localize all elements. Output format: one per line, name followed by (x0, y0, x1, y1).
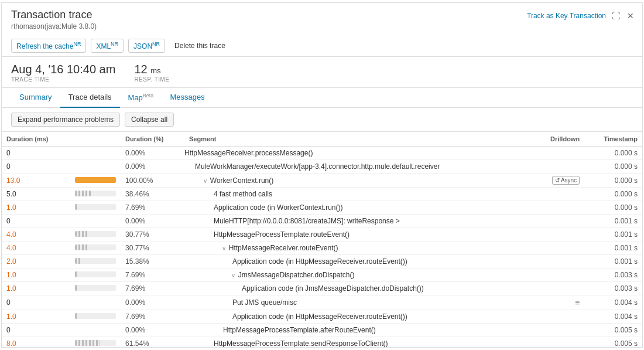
track-key-transaction-link[interactable]: Track as Key Transaction (527, 12, 606, 20)
cell-bar (70, 174, 121, 188)
cell-timestamp: 0.004 s (584, 310, 642, 324)
cell-bar (70, 269, 121, 282)
segment-label: JmsMessageDispatcher.doDispatch() (238, 271, 355, 279)
segment-label: Application code (in HttpMessageReceiver… (232, 312, 407, 321)
segment-label: WorkerContext.run() (210, 176, 273, 185)
xml-button[interactable]: XMLNR (91, 39, 124, 53)
cell-timestamp: 0.000 s (584, 188, 642, 201)
panel-header: Track as Key Transaction ⛶ ✕ Transaction… (2, 3, 642, 57)
collapse-arrow-icon: ∨ (203, 178, 209, 184)
cell-timestamp: 0.000 s (584, 201, 642, 215)
cell-timestamp: 0.000 s (584, 160, 642, 174)
cell-timestamp: 0.005 s (584, 324, 642, 337)
tab-summary[interactable]: Summary (11, 88, 60, 108)
cell-dur-pct: 0.00% (121, 160, 184, 174)
cell-bar (70, 310, 121, 324)
cell-dur-ms: 5.0 (2, 188, 70, 201)
cell-dur-pct: 0.00% (121, 295, 184, 310)
cell-dur-pct: 30.77% (121, 228, 184, 242)
cell-dur-pct: 38.46% (121, 188, 184, 201)
cell-bar (70, 160, 121, 174)
cell-timestamp: 0.000 s (584, 174, 642, 188)
segment-label: 4 fast method calls (214, 190, 272, 198)
cell-segment: Application code (in JmsMessageDispatche… (184, 282, 533, 295)
cell-bar (70, 337, 121, 347)
tab-map[interactable]: MapBeta (120, 88, 162, 108)
expand-performance-button[interactable]: Expand performance problems (11, 113, 120, 127)
cell-bar (70, 324, 121, 337)
cell-segment: MuleWorkManager/executeWork/[app-3.4].co… (184, 160, 533, 174)
cell-dur-ms: 1.0 (2, 310, 70, 324)
cell-bar (70, 295, 121, 310)
async-badge[interactable]: ↺ Async (552, 176, 580, 185)
cell-timestamp: 0.004 s (584, 295, 642, 310)
cell-dur-ms: 13.0 (2, 174, 70, 188)
segment-label: Application code (in WorkerContext.run()… (214, 203, 343, 212)
table-row: 00.00%MuleWorkManager/executeWork/[app-3… (2, 160, 642, 174)
refresh-cache-button[interactable]: Refresh the cacheNR (11, 39, 86, 53)
collapse-arrow-icon: ∨ (222, 245, 228, 252)
xml-label: XML (96, 42, 111, 50)
segment-label: Application code (in JmsMessageDispatche… (242, 284, 424, 293)
cell-dur-ms: 0 (2, 324, 70, 337)
table-row: 4.030.77%HttpMessageProcessTemplate.rout… (2, 228, 642, 242)
col-dur-pct: Duration (%) (121, 132, 184, 147)
cell-dur-pct: 7.69% (121, 282, 184, 295)
cell-drilldown: ↺ Async (533, 174, 584, 188)
cell-segment: ∨ JmsMessageDispatcher.doDispatch() (184, 269, 533, 282)
cell-bar (70, 201, 121, 215)
cell-segment: HttpMessageProcessTemplate.afterRouteEve… (184, 324, 533, 337)
trace-table: Duration (ms) Duration (%) Segment Drill… (2, 132, 642, 347)
trace-time-label: TRACE TIME (11, 76, 115, 83)
tab-trace-details[interactable]: Trace details (60, 88, 120, 108)
refresh-cache-label: Refresh the cache (16, 42, 73, 50)
segment-label: HttpMessageProcessTemplate.afterRouteEve… (223, 326, 376, 334)
cell-dur-ms: 1.0 (2, 269, 70, 282)
close-panel-button[interactable]: ✕ (626, 10, 635, 22)
cell-timestamp: 0.003 s (584, 269, 642, 282)
toolbar2-row: Expand performance problems Collapse all (2, 108, 642, 132)
segment-label: HttpMessageReceiver.routeEvent() (229, 244, 338, 252)
cell-drilldown (533, 255, 584, 269)
cell-dur-pct: 61.54% (121, 337, 184, 347)
cell-segment: Application code (in HttpMessageReceiver… (184, 255, 533, 269)
cell-timestamp: 0.001 s (584, 228, 642, 242)
transaction-trace-panel: Track as Key Transaction ⛶ ✕ Transaction… (1, 2, 643, 348)
col-timestamp: Timestamp (584, 132, 642, 147)
drilldown-list-icon[interactable]: ≡ (575, 298, 580, 307)
table-row: 5.038.46%4 fast method calls0.000 s (2, 188, 642, 201)
cell-bar (70, 215, 121, 228)
table-row: 13.0100.00%∨ WorkerContext.run()↺ Async0… (2, 174, 642, 188)
table-row: 1.07.69%Application code (in JmsMessageD… (2, 282, 642, 295)
cell-bar (70, 255, 121, 269)
cell-segment: HttpMessageProcessTemplate.sendResponseT… (184, 337, 533, 347)
segment-label: Application code (in HttpMessageReceiver… (232, 257, 407, 266)
table-row: 00.00%HttpMessageReceiver.processMessage… (2, 147, 642, 160)
cell-drilldown (533, 324, 584, 337)
cell-drilldown (533, 160, 584, 174)
refresh-sup: NR (73, 41, 81, 47)
cell-timestamp: 0.001 s (584, 215, 642, 228)
json-button[interactable]: JSONNR (128, 39, 165, 53)
cell-segment: Application code (in HttpMessageReceiver… (184, 310, 533, 324)
segment-label: Put JMS queue/misc (232, 298, 297, 307)
col-dur-ms: Duration (ms) (2, 132, 70, 147)
table-row: 00.00%MuleHTTP[http://0.0.0.0:8081/creat… (2, 215, 642, 228)
json-sup: NR (152, 41, 160, 47)
cell-dur-ms: 8.0 (2, 337, 70, 347)
expand-panel-button[interactable]: ⛶ (611, 10, 621, 22)
tabs-row: Summary Trace details MapBeta Messages (2, 88, 642, 108)
cell-segment: Application code (in WorkerContext.run()… (184, 201, 533, 215)
cell-bar (70, 147, 121, 160)
panel-subtitle: rthomason(java:Mule 3.8.0) (11, 22, 633, 30)
cell-dur-pct: 7.69% (121, 201, 184, 215)
trace-time-metric: Aug 4, '16 10:40 am TRACE TIME (11, 63, 115, 83)
tab-messages[interactable]: Messages (162, 88, 213, 108)
collapse-all-button[interactable]: Collapse all (125, 113, 174, 127)
col-bar (70, 132, 121, 147)
cell-bar (70, 188, 121, 201)
cell-dur-ms: 4.0 (2, 242, 70, 255)
cell-dur-pct: 15.38% (121, 255, 184, 269)
cell-timestamp: 0.000 s (584, 147, 642, 160)
delete-trace-button[interactable]: Delete this trace (170, 39, 230, 53)
